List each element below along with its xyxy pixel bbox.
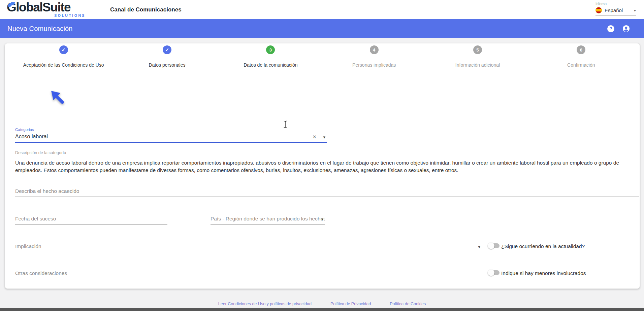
chevron-down-icon: ▾ xyxy=(634,8,636,13)
step-label: Información adicional xyxy=(455,62,500,68)
step-check-icon: ✓ xyxy=(163,45,171,54)
language-dropdown[interactable]: Español ▾ xyxy=(595,7,636,15)
terms-link[interactable]: Leer Condiciones de Uso y políticas de p… xyxy=(218,302,312,306)
country-region-input[interactable] xyxy=(211,216,325,224)
page-title: Canal de Comunicaciones xyxy=(110,0,182,19)
language-selector[interactable]: Idioma Español ▾ xyxy=(595,2,636,15)
incident-date-input[interactable] xyxy=(15,216,167,224)
language-value: Español xyxy=(605,7,631,13)
stepper-step-involved-people[interactable]: 4 Personas implicadas xyxy=(322,45,426,68)
step-number: 4 xyxy=(370,45,379,54)
still-happening-toggle[interactable] xyxy=(488,242,500,249)
stepper-step-personal-data[interactable]: ✓ Datos personales xyxy=(115,45,219,68)
categories-label: Categorias xyxy=(15,128,34,132)
help-button[interactable]: ? xyxy=(607,25,614,32)
stepper-step-terms[interactable]: ✓ Aceptación de las Condiciones de Uso xyxy=(12,45,115,68)
spain-flag-icon xyxy=(595,7,602,13)
categories-select[interactable]: ✕ ▾ xyxy=(15,134,327,143)
category-description-text: Una denuncia de acoso laboral dentro de … xyxy=(15,159,639,174)
stepper-step-confirmation[interactable]: 6 Confirmación xyxy=(529,45,633,68)
categories-input[interactable] xyxy=(15,134,327,142)
text-cursor-icon xyxy=(283,120,287,130)
step-label: Datos personales xyxy=(149,62,186,68)
incident-date-field[interactable] xyxy=(15,216,167,224)
chevron-down-icon[interactable]: ▾ xyxy=(321,217,323,221)
step-label: Personas implicadas xyxy=(352,62,396,68)
minors-involved-label: Indique si hay menores involucrados xyxy=(501,270,586,276)
chevron-down-icon[interactable]: ▾ xyxy=(323,135,325,139)
step-number: 5 xyxy=(473,45,482,54)
step-label: Datos de la comunicación xyxy=(244,62,297,68)
footer-links: Leer Condiciones de Uso y políticas de p… xyxy=(0,302,644,306)
category-description-label: Descripción de la categoría xyxy=(15,150,66,155)
toolbar-title: Nueva Comunicación xyxy=(7,19,73,38)
step-number: 6 xyxy=(577,45,585,54)
chevron-down-icon[interactable]: ▾ xyxy=(478,245,480,249)
country-region-select[interactable]: ▾ xyxy=(211,216,325,224)
clear-icon[interactable]: ✕ xyxy=(312,134,317,139)
account-button[interactable] xyxy=(622,25,630,32)
toolbar: Nueva Comunicación ? xyxy=(0,19,644,38)
toolbar-icons: ? xyxy=(607,19,630,38)
step-label: Aceptación de las Condiciones de Uso xyxy=(23,62,104,68)
stepper: ✓ Aceptación de las Condiciones de Uso ✓… xyxy=(5,45,640,68)
language-label: Idioma xyxy=(595,2,636,6)
privacy-policy-link[interactable]: Política de Privacidad xyxy=(330,302,371,306)
globalsuite-logo: GlobalSuite SOLUTIONS xyxy=(7,0,88,19)
top-header: GlobalSuite SOLUTIONS Canal de Comunicac… xyxy=(0,0,644,19)
incident-description-input[interactable] xyxy=(15,188,639,197)
still-happening-label: ¿Sigue ocurriendo en la actualidad? xyxy=(501,243,585,249)
step-check-icon: ✓ xyxy=(59,45,68,54)
step-label: Confirmación xyxy=(567,62,595,68)
stepper-step-additional-info[interactable]: 5 Información adicional xyxy=(426,45,529,68)
cookies-policy-link[interactable]: Política de Cookies xyxy=(390,302,426,306)
minors-involved-toggle[interactable] xyxy=(488,269,500,276)
other-considerations-input[interactable] xyxy=(15,270,482,279)
bottom-bar xyxy=(0,308,644,311)
involvement-input[interactable] xyxy=(15,243,482,252)
incident-description-field[interactable] xyxy=(15,188,639,197)
other-considerations-field[interactable] xyxy=(15,270,482,279)
stepper-step-communication-data[interactable]: 3 Datos de la comunicación xyxy=(219,45,322,68)
involvement-select[interactable]: ▾ xyxy=(15,243,482,252)
step-number: 3 xyxy=(266,45,275,54)
person-icon xyxy=(622,25,630,32)
form-card: ✓ Aceptación de las Condiciones de Uso ✓… xyxy=(5,43,640,289)
